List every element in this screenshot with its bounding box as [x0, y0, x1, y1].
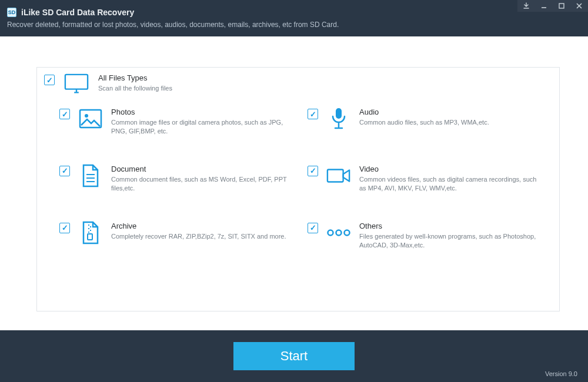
svg-point-8	[336, 230, 342, 235]
svg-rect-0	[559, 4, 564, 8]
checkbox-document[interactable]: ✓	[59, 166, 70, 176]
svg-point-9	[345, 230, 350, 235]
svg-rect-1	[65, 75, 88, 89]
category-desc: Common audio files, such as MP3, WMA,etc…	[359, 118, 542, 127]
all-files-desc: Scan all the following files	[98, 84, 298, 93]
category-desc: Common videos files, such as digital cam…	[359, 175, 542, 193]
svg-point-7	[328, 230, 333, 235]
category-video[interactable]: ✓ Video Common videos files, such as dig…	[308, 165, 542, 193]
all-files-row[interactable]: ✓ All Files Types Scan all the following…	[37, 68, 559, 99]
svg-rect-5	[328, 169, 343, 182]
archive-icon	[78, 222, 103, 244]
document-icon	[78, 165, 103, 187]
checkbox-audio[interactable]: ✓	[308, 109, 318, 119]
content-area: ✓ All Files Types Scan all the following…	[0, 36, 588, 330]
category-archive[interactable]: ✓ Archive Completely recover RAR, ZIP,BZ…	[59, 222, 293, 250]
svg-point-3	[85, 114, 88, 118]
maximize-button[interactable]	[553, 0, 570, 12]
app-subtitle: Recover deleted, formatted or lost photo…	[7, 21, 339, 29]
svg-rect-4	[336, 108, 342, 119]
start-button[interactable]: Start	[233, 342, 355, 370]
category-photos[interactable]: ✓ Photos Common image files or digital c…	[59, 108, 293, 136]
checkbox-all[interactable]: ✓	[44, 75, 55, 85]
monitor-icon	[64, 73, 89, 96]
category-desc: Completely recover RAR, ZIP,BZip2, 7z, S…	[111, 232, 293, 241]
category-desc: Common document files, such as MS Word, …	[111, 175, 293, 193]
category-audio[interactable]: ✓ Audio Common audio files, such as MP3,…	[308, 108, 542, 136]
all-files-title: All Files Types	[98, 73, 552, 82]
app-title: iLike SD Card Data Recovery	[21, 8, 134, 17]
checkbox-video[interactable]: ✓	[308, 166, 318, 176]
category-title: Video	[359, 165, 542, 173]
minimize-icon	[540, 2, 547, 9]
others-icon	[326, 222, 351, 244]
category-title: Photos	[111, 108, 293, 116]
video-icon	[326, 165, 351, 187]
checkbox-others[interactable]: ✓	[308, 223, 318, 233]
category-desc: Common image files or digital camera pho…	[111, 118, 293, 136]
download-button[interactable]	[517, 0, 535, 12]
category-panel: ✓ All Files Types Scan all the following…	[36, 67, 560, 311]
app-icon: SD	[7, 8, 16, 17]
category-desc: Files generated by well-known programs, …	[359, 232, 542, 250]
svg-rect-6	[88, 234, 92, 240]
maximize-icon	[558, 2, 565, 9]
checkbox-archive[interactable]: ✓	[59, 223, 70, 233]
microphone-icon	[326, 108, 351, 130]
version-label: Version 9.0	[545, 370, 577, 377]
category-title: Audio	[359, 108, 542, 116]
photo-icon	[78, 108, 103, 130]
window-controls	[517, 0, 588, 36]
category-title: Archive	[111, 222, 293, 230]
checkbox-photos[interactable]: ✓	[59, 109, 70, 119]
close-icon	[576, 2, 583, 9]
download-icon	[523, 2, 530, 9]
category-title: Document	[111, 165, 293, 173]
title-bar[interactable]: SD iLike SD Card Data Recovery Recover d…	[0, 0, 588, 36]
category-title: Others	[359, 222, 542, 230]
close-button[interactable]	[570, 0, 588, 12]
minimize-button[interactable]	[535, 0, 553, 12]
category-others[interactable]: ✓ Others Files generated by well-known p…	[308, 222, 542, 250]
category-document[interactable]: ✓ Document Common document files, such a…	[59, 165, 293, 193]
bottom-bar: Start Version 9.0	[0, 330, 588, 382]
